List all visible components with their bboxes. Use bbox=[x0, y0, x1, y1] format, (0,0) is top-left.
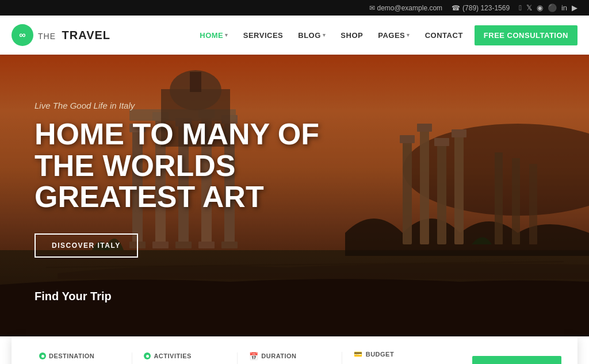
twitter-icon[interactable]: 𝕏 bbox=[526, 3, 532, 12]
phone-icon: ☎ bbox=[452, 4, 460, 12]
duration-field: 📅 DURATION How much Time? 1-3 Days 4-7 D… bbox=[238, 352, 342, 365]
facebook-icon[interactable]:  bbox=[519, 3, 522, 12]
youtube-icon[interactable]: ▶ bbox=[572, 3, 577, 12]
logo-text: THE TRAVEL bbox=[38, 29, 110, 42]
nav-contact[interactable]: CONTACT bbox=[418, 26, 470, 44]
logo-icon: ∞ bbox=[12, 24, 33, 46]
budget-field: 💳 BUDGET $0 - $1200 bbox=[342, 350, 463, 364]
activities-dot-icon bbox=[144, 352, 151, 359]
main-nav: HOME ▾ SERVICES BLOG ▾ SHOP PAGES ▾ CONT… bbox=[193, 25, 577, 45]
hero-title: HOME TO MANY OF THE WORLDS GREATEST ART bbox=[35, 118, 380, 213]
nav-pages[interactable]: PAGES ▾ bbox=[371, 26, 417, 44]
top-bar: ✉ demo@example.com ☎ (789) 123-1569  𝕏 … bbox=[0, 0, 589, 16]
budget-label: BUDGET bbox=[366, 351, 394, 358]
hero-content: Live The Good Life in Italy HOME TO MANY… bbox=[0, 55, 589, 281]
nav-blog[interactable]: BLOG ▾ bbox=[291, 26, 332, 44]
contact-info: ✉ demo@example.com ☎ (789) 123-1569 bbox=[369, 4, 510, 12]
instagram-icon[interactable]: ◉ bbox=[537, 3, 543, 12]
email-icon: ✉ bbox=[369, 4, 375, 12]
chevron-down-icon: ▾ bbox=[323, 32, 326, 38]
nav-home[interactable]: HOME ▾ bbox=[193, 26, 235, 44]
destination-dot-icon bbox=[39, 352, 46, 359]
nav-free-consultation[interactable]: FREE CONSULTATION bbox=[475, 25, 577, 45]
destination-label: DESTINATION bbox=[49, 352, 94, 359]
activities-field: ACTIVITIES What to do? Sightseeing Adven… bbox=[132, 352, 237, 364]
linkedin-icon[interactable]: in bbox=[561, 3, 567, 12]
logo-post: TRAVEL bbox=[62, 29, 111, 41]
chevron-down-icon: ▾ bbox=[225, 32, 228, 38]
hero-section: Live The Good Life in Italy HOME TO MANY… bbox=[0, 55, 589, 336]
duration-label: DURATION bbox=[261, 352, 296, 359]
email-info: ✉ demo@example.com bbox=[369, 4, 443, 12]
search-trip-button[interactable]: SEARCH TRIP bbox=[472, 356, 561, 364]
logo[interactable]: ∞ THE TRAVEL bbox=[12, 24, 110, 46]
header: ∞ THE TRAVEL HOME ▾ SERVICES BLOG ▾ SHOP… bbox=[0, 16, 589, 55]
discover-button[interactable]: DISCOVER ITALY bbox=[35, 233, 138, 258]
budget-icon: 💳 bbox=[354, 350, 363, 358]
nav-shop[interactable]: SHOP bbox=[334, 26, 370, 44]
pinterest-icon[interactable]: ⚫ bbox=[548, 3, 557, 12]
search-bar: DESTINATION Where to Go? Italy France Sp… bbox=[12, 336, 577, 364]
nav-services[interactable]: SERVICES bbox=[236, 26, 290, 44]
destination-field: DESTINATION Where to Go? Italy France Sp… bbox=[28, 352, 132, 364]
phone-info: ☎ (789) 123-1569 bbox=[452, 4, 510, 12]
calendar-icon: 📅 bbox=[249, 352, 259, 361]
find-trip-label: Find Your Trip bbox=[0, 281, 589, 308]
social-links:  𝕏 ◉ ⚫ in ▶ bbox=[519, 3, 577, 12]
logo-pre: THE bbox=[38, 32, 56, 41]
phone-text: (789) 123-1569 bbox=[462, 4, 510, 12]
email-text: demo@example.com bbox=[377, 4, 443, 12]
chevron-down-icon: ▾ bbox=[407, 32, 410, 38]
hero-subtitle: Live The Good Life in Italy bbox=[35, 101, 554, 110]
activities-label: ACTIVITIES bbox=[154, 352, 192, 359]
